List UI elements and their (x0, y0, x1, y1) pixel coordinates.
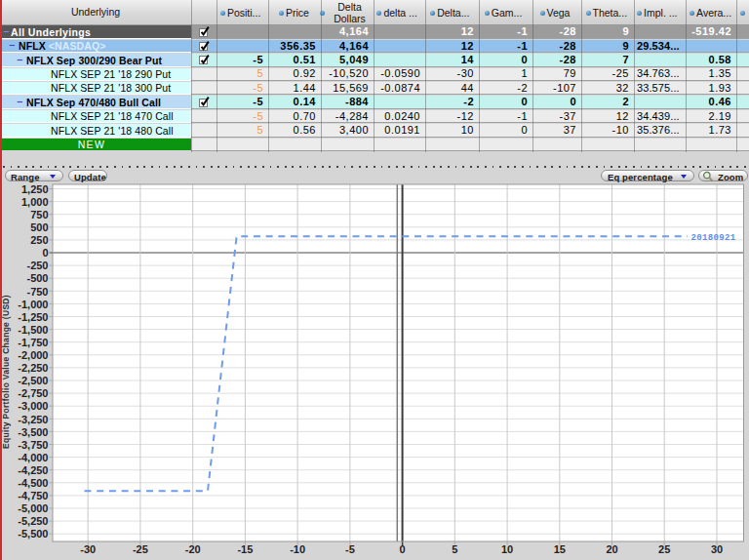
svg-text:20: 20 (606, 543, 617, 555)
svg-text:-15: -15 (237, 543, 253, 555)
svg-text:-4,500: -4,500 (18, 477, 48, 489)
svg-text:25: 25 (658, 543, 670, 555)
svg-text:0: 0 (400, 543, 406, 555)
svg-text:-5,500: -5,500 (18, 528, 48, 540)
svg-text:500: 500 (30, 221, 48, 233)
svg-text:-5: -5 (345, 543, 355, 555)
svg-text:-30: -30 (80, 543, 96, 555)
svg-text:-1,000: -1,000 (18, 299, 48, 310)
svg-text:15: 15 (554, 543, 566, 555)
svg-text:-5,250: -5,250 (18, 515, 48, 527)
svg-text:250: 250 (30, 234, 48, 246)
svg-text:-5,000: -5,000 (18, 502, 48, 514)
svg-text:20180921: 20180921 (691, 233, 736, 243)
svg-text:-2,750: -2,750 (18, 387, 48, 399)
svg-text:0: 0 (42, 247, 48, 259)
svg-text:1,000: 1,000 (21, 196, 49, 208)
svg-text:-500: -500 (26, 272, 48, 284)
svg-text:-1,500: -1,500 (18, 324, 48, 336)
svg-text:10: 10 (501, 543, 513, 555)
svg-text:Equity Portfolio Value Change: Equity Portfolio Value Change (USD) (1, 295, 11, 449)
svg-text:-20: -20 (185, 543, 201, 555)
svg-text:-2,500: -2,500 (18, 375, 48, 386)
svg-text:-3,750: -3,750 (18, 439, 48, 451)
svg-text:5: 5 (452, 543, 457, 555)
svg-text:-750: -750 (26, 286, 48, 298)
svg-text:-250: -250 (26, 260, 48, 271)
svg-text:750: 750 (30, 209, 48, 220)
svg-text:-10: -10 (290, 543, 305, 555)
svg-text:30: 30 (711, 543, 723, 555)
svg-text:-25: -25 (133, 543, 148, 555)
svg-text:-4,750: -4,750 (18, 490, 48, 501)
svg-text:-2,250: -2,250 (18, 362, 48, 374)
svg-text:-4,000: -4,000 (18, 452, 48, 463)
svg-text:-4,250: -4,250 (18, 464, 48, 476)
svg-text:-2,000: -2,000 (18, 349, 48, 361)
svg-text:-1,750: -1,750 (18, 337, 48, 348)
svg-text:-3,500: -3,500 (18, 426, 48, 438)
svg-text:-1,250: -1,250 (18, 311, 48, 323)
svg-text:1,250: 1,250 (21, 183, 49, 195)
svg-text:-3,250: -3,250 (18, 414, 48, 425)
svg-text:-3,000: -3,000 (18, 400, 48, 412)
